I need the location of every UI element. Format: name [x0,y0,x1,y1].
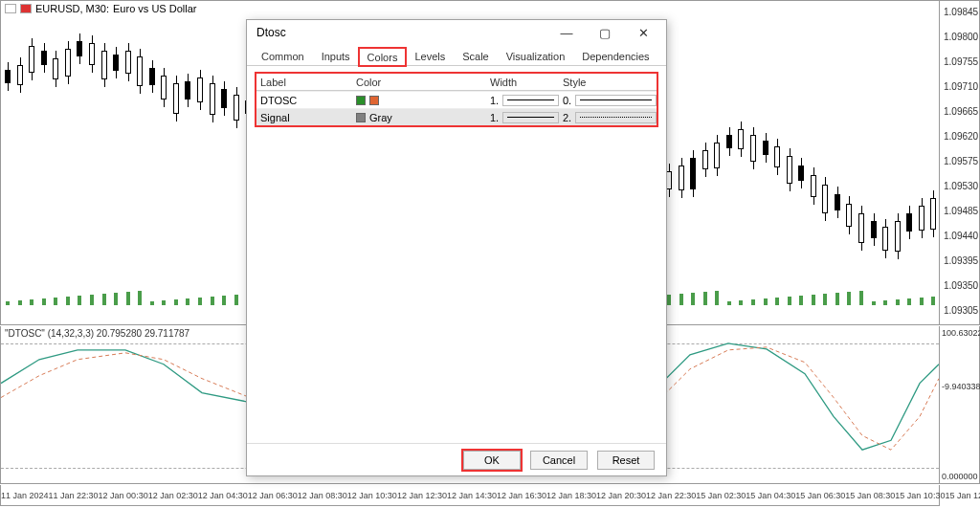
header-color: Color [352,77,486,88]
width-preview[interactable] [502,112,559,123]
cancel-button[interactable]: Cancel [530,451,588,470]
width-value: 1. [490,112,499,123]
price-tick: 1.09710 [944,81,978,92]
price-tick: 1.09620 [944,131,978,142]
tab-scale[interactable]: Scale [454,47,498,65]
price-tick: 1.09530 [944,181,978,191]
time-tick: 11 Jan 22:30 [49,491,99,500]
dialog-titlebar[interactable]: Dtosc — ▢ ✕ [247,20,666,45]
color-grid: Label Color Width Style DTOSC 1. 0. [255,72,658,127]
tab-visualization[interactable]: Visualization [498,47,574,65]
dialog-button-bar: OK Cancel Reset [247,443,666,475]
price-tick: 1.09305 [944,305,978,316]
price-axis: 1.098451.098001.097551.097101.096651.096… [940,0,980,325]
grid-row-signal[interactable]: Signal Gray 1. 2. [256,108,657,125]
price-tick: 1.09350 [944,280,978,291]
time-tick: 15 Jan 12:30 [945,491,980,500]
color-name: Gray [369,112,392,123]
header-style: Style [559,77,657,88]
tab-inputs[interactable]: Inputs [313,47,359,65]
grid-row-dtosc[interactable]: DTOSC 1. 0. [256,91,657,108]
time-tick: 11 Jan 2024 [1,491,49,500]
row-label: Signal [260,112,290,123]
reset-button[interactable]: Reset [597,451,655,470]
color-swatch-icon[interactable] [356,96,366,105]
axis-label: 0.000000 [942,472,978,481]
header-width: Width [486,77,559,88]
indicator-properties-dialog: Dtosc — ▢ ✕ Common Inputs Colors Levels … [246,19,667,476]
axis-label: -9.940338 [942,382,980,391]
price-tick: 1.09845 [944,7,978,17]
header-label: Label [256,77,352,88]
width-preview[interactable] [502,95,559,106]
price-tick: 1.09395 [944,255,978,266]
tab-dependencies[interactable]: Dependencies [573,47,657,65]
grid-header: Label Color Width Style [256,74,657,91]
time-tick: 15 Jan 04:30 [746,491,795,500]
tab-bar: Common Inputs Colors Levels Scale Visual… [247,45,666,66]
tab-levels[interactable]: Levels [406,47,454,65]
time-tick: 12 Jan 06:30 [248,491,298,500]
price-tick: 1.09485 [944,206,978,216]
maximize-button[interactable]: ▢ [586,22,624,43]
time-tick: 12 Jan 02:30 [148,491,198,500]
tab-content-colors: Label Color Width Style DTOSC 1. 0. [247,66,666,443]
price-tick: 1.09800 [944,32,978,42]
row-label: DTOSC [260,95,297,106]
time-tick: 12 Jan 22:30 [646,491,696,500]
price-tick: 1.09575 [944,156,978,166]
style-value: 0. [563,95,571,106]
price-tick: 1.09440 [944,231,978,241]
color-swatch-icon[interactable] [369,96,379,105]
style-value: 2. [563,112,571,123]
time-tick: 12 Jan 04:30 [198,491,248,500]
minimize-button[interactable]: — [547,22,586,43]
time-axis: 11 Jan 202411 Jan 22:3012 Jan 00:3012 Ja… [0,485,940,506]
price-tick: 1.09665 [944,106,978,117]
time-tick: 15 Jan 02:30 [696,491,746,500]
time-tick: 12 Jan 14:30 [447,491,497,500]
time-tick: 12 Jan 00:30 [99,491,148,500]
dialog-title: Dtosc [251,26,547,39]
time-tick: 12 Jan 18:30 [546,491,596,500]
time-tick: 15 Jan 10:30 [895,491,945,500]
time-tick: 12 Jan 08:30 [298,491,347,500]
width-value: 1. [490,95,499,106]
indicator-axis: 100.630224 -9.940338 0.000000 [940,326,980,484]
time-tick: 15 Jan 06:30 [795,491,845,500]
time-tick: 12 Jan 16:30 [497,491,546,500]
close-button[interactable]: ✕ [624,22,662,43]
time-tick: 15 Jan 08:30 [845,491,895,500]
color-swatch-icon[interactable] [356,113,366,122]
ok-button[interactable]: OK [463,451,521,470]
tab-colors[interactable]: Colors [359,48,407,66]
time-tick: 12 Jan 20:30 [596,491,646,500]
price-tick: 1.09755 [944,56,978,67]
time-tick: 12 Jan 12:30 [397,491,447,500]
style-preview[interactable] [575,112,657,123]
style-preview[interactable] [575,95,657,106]
axis-label: 100.630224 [942,328,980,338]
tab-common[interactable]: Common [253,47,313,65]
time-tick: 12 Jan 10:30 [347,491,397,500]
